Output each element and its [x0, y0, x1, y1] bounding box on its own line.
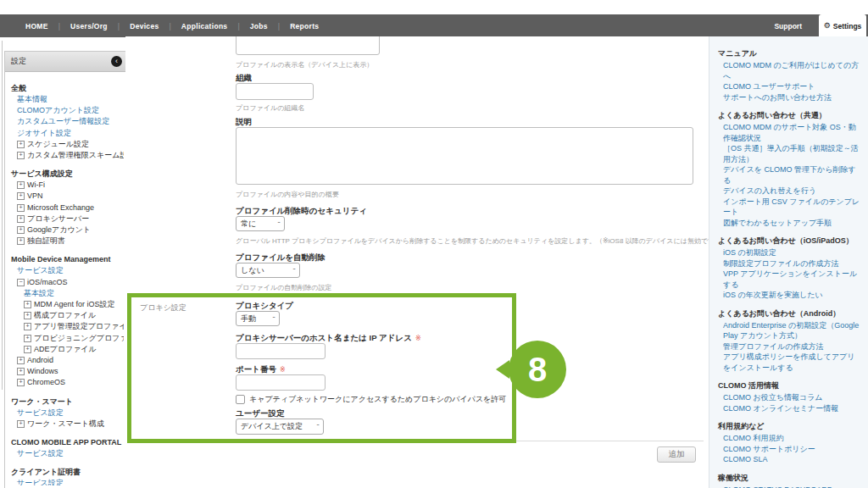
sidebar-item[interactable]: ジオサイト設定	[9, 128, 124, 139]
help-link[interactable]: CLOMO MDM のご利用がはじめての方へ	[718, 60, 861, 81]
org-help: プロファイルの組織名	[236, 103, 304, 113]
help-link[interactable]: Android Enterprise の初期設定（Google Play アカウ…	[718, 320, 861, 341]
sidebar-item[interactable]: +スケジュール設定	[9, 139, 124, 150]
help-link[interactable]: iOS の初期設定	[718, 247, 861, 258]
sidebar-item[interactable]: 基本設定	[9, 288, 124, 299]
help-link[interactable]: CLOMO MDM のサポート対象 OS・動作確認状況	[718, 122, 861, 143]
org-input[interactable]	[236, 83, 314, 100]
expand-icon[interactable]: +	[17, 226, 25, 234]
sidebar-item[interactable]: +Windows	[9, 366, 124, 377]
sidebar-item[interactable]: +VPN	[9, 191, 124, 202]
sidebar-item-label: 構成プロファイル	[34, 311, 96, 319]
user-setting-select[interactable]: デバイス上で設定 ˆ	[236, 419, 324, 435]
nav-separator: |	[237, 22, 239, 30]
expand-icon[interactable]: +	[17, 141, 25, 148]
expand-icon[interactable]: +	[17, 379, 25, 386]
sidebar-item[interactable]: +Googleアカウント	[9, 225, 124, 236]
help-link[interactable]: CLOMO オンラインセミナー情報	[718, 403, 861, 414]
bypass-checkbox-row[interactable]: キャプティブネットワークにアクセスするためプロキシのバイパスを許可	[236, 394, 506, 405]
help-link[interactable]: デバイスの入れ替えを行う	[718, 186, 861, 197]
collapse-icon[interactable]: −	[17, 279, 25, 286]
bypass-checkbox[interactable]	[236, 395, 245, 404]
sidebar-item[interactable]: +プロビジョニングプロファイル	[9, 333, 124, 344]
expand-icon[interactable]: +	[17, 181, 25, 189]
nav-item-users-org[interactable]: Users/Org	[70, 22, 108, 30]
help-link[interactable]: CLOMO SLA	[718, 454, 861, 465]
sidebar-item-label: Android	[27, 356, 53, 364]
sidebar-item[interactable]: サービス設定	[9, 408, 124, 419]
nav-item-jobs[interactable]: Jobs	[250, 22, 268, 30]
sidebar-item[interactable]: +独自証明書	[9, 236, 124, 247]
help-link[interactable]: インポート用 CSV ファイルのテンプレート	[718, 197, 861, 218]
sidebar-item[interactable]: +プロキシサーバー	[9, 214, 124, 225]
sidebar-item-label: プロキシサーバー	[27, 214, 89, 223]
display-name-input[interactable]	[236, 36, 380, 55]
proxy-type-select[interactable]: 手動 ˆ	[236, 311, 280, 326]
proxy-port-input[interactable]	[236, 374, 326, 391]
nav-item-home[interactable]: HOME	[25, 22, 48, 30]
removal-security-help: グローバル HTTP プロキシプロファイルをデバイスから削除することを制限するた…	[236, 236, 709, 246]
help-link[interactable]: デバイスを CLOMO 管理下から削除する	[718, 164, 861, 186]
sidebar-item[interactable]: 基本情報	[9, 94, 124, 105]
sidebar-item[interactable]: +カスタム管理権限スキーム設定	[9, 150, 124, 161]
help-link[interactable]: アプリ構成ポリシーを作成してアプリをインストールする	[718, 352, 861, 373]
help-link[interactable]: CLOMO STATUS DASHBOARD	[718, 485, 861, 488]
expand-icon[interactable]: +	[17, 368, 25, 375]
sidebar-collapse-button[interactable]: ‹	[111, 56, 122, 67]
help-section-header: よくあるお問い合わせ（iOS/iPadOS）	[718, 236, 861, 246]
expand-icon[interactable]: +	[17, 204, 25, 212]
expand-icon[interactable]: +	[17, 420, 25, 428]
help-link[interactable]: ［OS 共通］導入の手順（初期設定～活用方法）	[718, 143, 861, 164]
expand-icon[interactable]: +	[17, 237, 25, 245]
expand-icon[interactable]: +	[24, 312, 31, 319]
help-link[interactable]: VPP アプリケーションをインストールする	[718, 269, 861, 290]
nav-item-applications[interactable]: Applications	[181, 22, 228, 30]
expand-icon[interactable]: +	[24, 301, 31, 308]
sidebar-item[interactable]: +構成プロファイル	[9, 310, 124, 321]
removal-security-select[interactable]: 常に ˆ	[236, 216, 285, 231]
help-link[interactable]: 制限設定プロファイルの作成方法	[718, 258, 861, 269]
support-link[interactable]: Support	[774, 14, 802, 37]
proxy-host-input[interactable]	[236, 343, 326, 359]
settings-tab[interactable]: ⚙ Settings	[819, 14, 866, 37]
expand-icon[interactable]: +	[24, 335, 31, 342]
sidebar-item[interactable]: +ADEプロファイル	[9, 344, 124, 355]
sidebar-item-label: ワーク・スマート構成	[27, 419, 104, 428]
help-section-header: CLOMO 活用情報	[718, 380, 861, 391]
expand-icon[interactable]: +	[17, 357, 25, 364]
nav-item-reports[interactable]: Reports	[290, 22, 319, 30]
sidebar-item[interactable]: +ワーク・スマート構成	[9, 419, 124, 430]
sidebar-item[interactable]: サービス設定	[9, 448, 124, 459]
sidebar-item-label: iOS/macOS	[27, 278, 68, 286]
sidebar-item-label: CLOMOアカウント設定	[17, 106, 99, 114]
sidebar-item-label: カスタムユーザー情報設定	[17, 117, 109, 125]
help-link[interactable]: iOS の年次更新を実施したい	[718, 290, 861, 301]
expand-icon[interactable]: +	[17, 152, 25, 159]
sidebar-item[interactable]: +Microsoft Exchange	[9, 202, 124, 214]
expand-icon[interactable]: +	[17, 192, 25, 200]
sidebar-item[interactable]: サービス設定	[9, 265, 124, 276]
sidebar-item[interactable]: サービス設定	[9, 478, 124, 485]
help-link[interactable]: 管理プロファイルの作成方法	[718, 341, 861, 352]
sidebar-item[interactable]: +Wi-Fi	[9, 180, 124, 191]
sidebar-item[interactable]: +Android	[9, 355, 124, 366]
help-link[interactable]: CLOMO サポートポリシー	[718, 444, 861, 455]
sidebar-item[interactable]: +MDM Agent for iOS設定	[9, 299, 124, 310]
expand-icon[interactable]: +	[17, 215, 25, 223]
help-link[interactable]: 図解でわかるセットアップ手順	[718, 218, 861, 229]
sidebar-item[interactable]: カスタムユーザー情報設定	[9, 116, 124, 127]
nav-item-devices[interactable]: Devices	[130, 22, 159, 30]
sidebar-item[interactable]: CLOMOアカウント設定	[9, 105, 124, 116]
add-button[interactable]: 追加	[657, 446, 696, 463]
description-textarea[interactable]	[236, 127, 693, 185]
help-link[interactable]: CLOMO お役立ち情報コラム	[718, 392, 861, 403]
expand-icon[interactable]: +	[24, 346, 31, 353]
expand-icon[interactable]: +	[24, 323, 31, 330]
sidebar-item[interactable]: −iOS/macOS	[9, 277, 124, 288]
sidebar-item[interactable]: +アプリ管理設定プロファイル	[9, 321, 124, 332]
autodelete-select[interactable]: しない ˆ	[236, 263, 300, 278]
sidebar-item[interactable]: +ChromeOS	[9, 377, 124, 388]
help-link[interactable]: サポートへのお問い合わせ方法	[718, 92, 861, 103]
help-link[interactable]: CLOMO ユーザーサポート	[718, 81, 861, 92]
help-link[interactable]: CLOMO 利用規約	[718, 433, 861, 444]
